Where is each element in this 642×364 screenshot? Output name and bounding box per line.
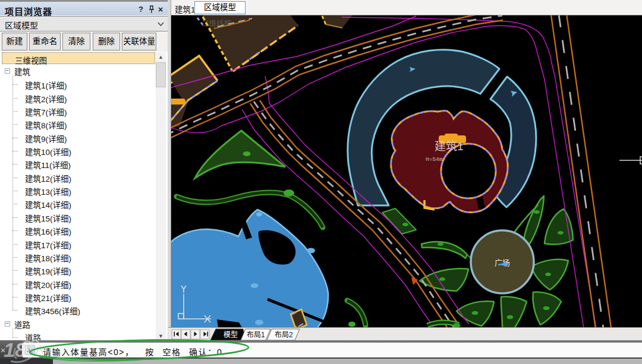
svg-text:模型: 模型 (224, 331, 238, 339)
svg-text:布局1: 布局1 (247, 331, 265, 339)
svg-text:H=54m: H=54m (426, 156, 443, 163)
svg-text:布局2: 布局2 (275, 331, 293, 339)
svg-text:建筑1: 建筑1 (435, 140, 464, 153)
svg-text:广场: 广场 (495, 258, 510, 267)
svg-text:二维线框: 二维线框 (202, 20, 232, 28)
